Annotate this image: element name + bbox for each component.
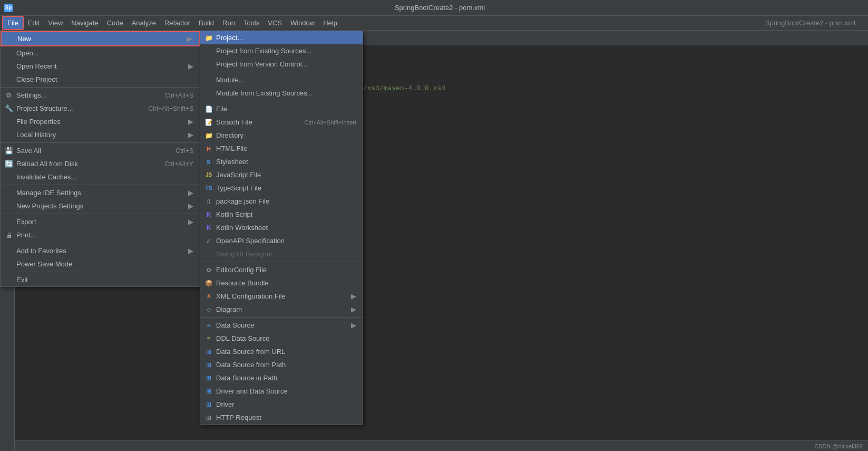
file-menu-add-favorites[interactable]: Add to Favorites ▶ [1,244,200,257]
new-submenu-driver[interactable]: ⊞ Driver [200,398,363,411]
resource-bundle-label: Resource Bundle [216,279,269,287]
file-dropdown-panel: New ▶ Open... Open Recent ▶ Close Projec… [0,31,200,287]
project-vcs-label: Project from Version Control... [216,60,307,68]
file-menu-new[interactable]: New ▶ [1,31,200,46]
export-arrow: ▶ [188,218,193,226]
local-history-label: Local History [16,131,56,139]
new-label: New [17,35,31,43]
new-submenu-editorconfig[interactable]: ⚙ EditorConfig File [200,263,363,276]
file-menu-power-save[interactable]: Power Save Mode [1,257,200,271]
title-bar-title: SpringBootCreate2 - pom.xml [16,4,864,12]
file-menu-file-properties[interactable]: File Properties ▶ [1,115,200,128]
menu-analyze[interactable]: Analyze [128,17,160,29]
reload-shortcut: Ctrl+Alt+Y [164,160,193,168]
kotlin-worksheet-label: Kotlin Worksheet [216,224,268,232]
data-source-path-label: Data Source from Path [216,361,286,369]
print-icon: 🖨 [5,231,13,239]
new-submenu-project[interactable]: 📁 Project... [200,31,363,44]
menu-help[interactable]: Help [319,17,342,29]
menu-view[interactable]: View [44,17,67,29]
add-favorites-label: Add to Favorites [16,247,66,255]
file-menu-open[interactable]: Open... [1,46,200,60]
print-label: Print... [16,231,36,239]
new-submenu-diagram[interactable]: ◇ Diagram ▶ [200,303,363,316]
new-submenu-javascript[interactable]: JS JavaScript File [200,168,363,181]
editorconfig-icon: ⚙ [204,266,213,274]
new-submenu-module[interactable]: Module... [200,73,363,87]
new-submenu-xml-config[interactable]: X XML Configuration File ▶ [200,290,363,303]
file-menu-new-projects-settings[interactable]: New Projects Settings ▶ [1,199,200,213]
file-menu-open-recent[interactable]: Open Recent ▶ [1,60,200,73]
app-icon: Sp [4,4,13,12]
new-submenu-project-existing[interactable]: Project from Existing Sources... [200,44,363,57]
menu-code[interactable]: Code [103,17,128,29]
diagram-arrow: ▶ [351,305,356,313]
menu-file[interactable]: File [2,16,24,30]
js-icon: JS [204,172,213,178]
driver-data-source-label: Driver and Data Source [216,387,288,395]
menu-run[interactable]: Run [218,17,239,29]
new-submenu-ddl-data-source[interactable]: ≡ DDL Data Source [200,332,363,345]
new-submenu-project-vcs[interactable]: Project from Version Control... [200,57,363,71]
file-menu-export[interactable]: Export ▶ [1,215,200,228]
save-all-shortcut: Ctrl+S [175,147,193,155]
new-submenu-stylesheet[interactable]: S Stylesheet [200,155,363,168]
project-icon: 📁 [204,34,213,42]
new-submenu-data-source-url[interactable]: ⊞ Data Source from URL [200,345,363,358]
new-submenu-scratch-file[interactable]: 📝 Scratch File Ctrl+Alt+Shift+Insert [200,116,363,129]
new-arrow-icon: ▶ [187,35,192,43]
file-menu-exit[interactable]: Exit [1,273,200,286]
new-submenu-swing-ui: Swing UI Designer [200,247,363,261]
new-submenu-driver-data-source[interactable]: ⊞ Driver and Data Source [200,385,363,398]
data-source-label: Data Source [216,321,254,329]
file-menu-close-project[interactable]: Close Project [1,73,200,86]
module-existing-label: Module from Existing Sources... [216,89,313,97]
menu-tools[interactable]: Tools [239,17,264,29]
menu-build[interactable]: Build [194,17,218,29]
package-json-label: package.json File [216,197,269,205]
new-submenu-html[interactable]: H HTML File [200,142,363,155]
new-submenu-directory[interactable]: 📁 Directory [200,129,363,142]
scratch-icon: 📝 [204,119,213,126]
local-history-arrow: ▶ [188,131,193,139]
new-submenu-package-json[interactable]: {} package.json File [200,195,363,208]
menu-refactor[interactable]: Refactor [160,17,194,29]
typescript-label: TypeScript File [216,184,261,192]
save-all-label: Save All [16,147,41,155]
file-menu-invalidate[interactable]: Invalidate Caches... [1,170,200,184]
http-request-label: HTTP Request [216,414,261,421]
file-menu-print[interactable]: 🖨 Print... [1,228,200,242]
data-source-arrow: ▶ [351,321,356,329]
new-submenu-typescript[interactable]: TS TypeScript File [200,181,363,195]
file-menu-save-all[interactable]: 💾 Save All Ctrl+S [1,144,200,157]
settings-icon: ⚙ [5,91,13,99]
file-menu-project-structure[interactable]: 🔧 Project Structure... Ctrl+Alt+Shift+S [1,102,200,115]
new-submenu-kotlin-worksheet[interactable]: K Kotlin Worksheet [200,221,363,234]
file-menu-reload[interactable]: 🔄 Reload All from Disk Ctrl+Alt+Y [1,157,200,170]
menu-vcs[interactable]: VCS [264,17,286,29]
file-menu-local-history[interactable]: Local History ▶ [1,128,200,141]
new-submenu-data-source[interactable]: ≡ Data Source ▶ [200,319,363,332]
file-menu-manage-ide[interactable]: Manage IDE Settings ▶ [1,186,200,199]
sep-5 [1,243,200,243]
invalidate-label: Invalidate Caches... [16,173,76,181]
menu-window[interactable]: Window [286,17,319,29]
data-source-url-icon: ⊞ [204,348,213,356]
new-submenu-data-source-path[interactable]: ⊞ Data Source from Path [200,358,363,371]
xml-icon: X [204,293,213,299]
file-menu-settings[interactable]: ⚙ Settings... Ctrl+Alt+S [1,89,200,102]
html-icon: H [204,146,213,152]
file-properties-label: File Properties [16,118,61,126]
menu-edit[interactable]: Edit [24,17,44,29]
new-submenu-openapi[interactable]: ✓ OpenAPI Specification [200,234,363,247]
new-submenu-data-source-in-path[interactable]: ⊞ Data Source in Path [200,371,363,385]
new-submenu-http-request[interactable]: ⊞ HTTP Request [200,411,363,424]
new-submenu-kotlin-script[interactable]: K Kotlin Script [200,208,363,221]
diagram-icon: ◇ [204,306,213,313]
menu-navigate[interactable]: Navigate [67,17,102,29]
xml-config-label: XML Configuration File [216,292,286,300]
new-submenu-module-existing[interactable]: Module from Existing Sources... [200,87,363,100]
new-submenu-resource-bundle[interactable]: 📦 Resource Bundle [200,276,363,290]
new-submenu-file[interactable]: 📄 File [200,102,363,116]
new-projects-settings-arrow: ▶ [188,202,193,210]
